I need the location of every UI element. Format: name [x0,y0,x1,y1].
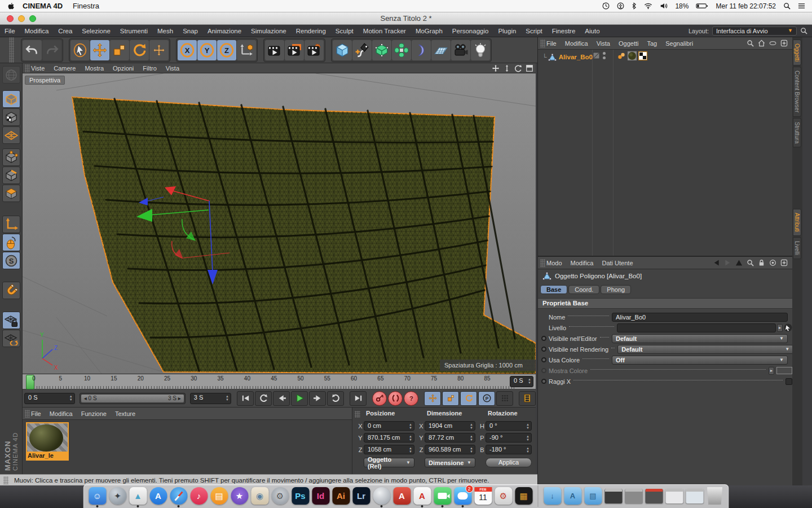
rotate-view-icon[interactable] [514,64,522,72]
skip-end-button[interactable] [350,391,367,406]
viewport-menu-opzioni[interactable]: Opzioni [113,65,134,72]
tab-base[interactable]: Base [540,285,567,294]
material-menu-modifica[interactable]: Modifica [50,410,73,417]
utility-app-dock-icon[interactable]: ⚙ [494,487,513,506]
mouse-move-button[interactable] [2,234,20,251]
coord-rotazione-p-input[interactable]: -90 °▲▼ [486,433,532,443]
mostra-colore-swatch[interactable] [776,367,792,374]
axis-button[interactable] [2,216,20,233]
system-preferences-dock-icon[interactable]: ⚙ [271,487,289,506]
duration-spinner[interactable]: 3 S▲▼ [190,393,231,404]
safari-dock-icon[interactable] [169,487,188,506]
app-menu-simulazione[interactable]: Simulazione [251,28,286,34]
snap-button[interactable]: S [2,252,20,269]
minimized-window-c4d-dock-icon[interactable] [604,487,623,506]
viewport-drag-handle[interactable] [25,64,30,72]
polygons-button[interactable] [2,185,20,202]
record-key-button[interactable] [372,391,387,406]
material-thumbnail[interactable]: Alivar_le [26,422,69,461]
finder-dock-icon[interactable]: ☺ [88,487,107,506]
object-name[interactable]: Alivar_Bo0 [559,54,593,60]
undo-button[interactable] [23,40,42,60]
app-menu-snap[interactable]: Snap [183,28,198,34]
nav-back-icon[interactable] [713,259,720,266]
visibile-nel-rendering-dropdown[interactable]: Default▼ [617,345,793,354]
points-button[interactable] [2,148,20,166]
trash-dock-icon[interactable] [705,487,724,506]
nav-forward-icon[interactable] [724,259,731,266]
attribute-menu-modo[interactable]: Modo [546,260,562,266]
nome-input[interactable]: Alivar_Bo0 [612,313,788,322]
keyframe-dot[interactable] [541,379,546,384]
cube-primitive-button[interactable] [333,40,352,60]
panel-drag-handle[interactable] [25,410,30,418]
object-tags[interactable] [617,51,647,60]
rotate-button[interactable] [130,40,149,60]
cloner-button[interactable] [392,40,411,60]
texture-button[interactable] [2,108,20,126]
app-menu-sculpt[interactable]: Sculpt [336,28,354,34]
messages-dock-icon[interactable]: 2 [453,487,472,506]
viewport-menu-mostra[interactable]: Mostra [85,65,104,72]
object-manager-menu-oggetti[interactable]: Oggetti [619,40,638,47]
app-menu-plugin[interactable]: Plugin [498,28,516,34]
object-manager-menu-modifica[interactable]: Modifica [565,40,588,47]
viewport-menu-filtro[interactable]: Filtro [143,65,156,72]
keyframe-dot[interactable] [541,368,546,373]
attribute-menu-modifica[interactable]: Modifica [571,260,594,266]
coord-mode-dropdown[interactable]: Dimensione▼ [425,458,475,467]
spotlight-icon[interactable] [783,2,791,10]
coord-rotazione-h-input[interactable]: 0 °▲▼ [486,421,532,431]
accessibility-icon[interactable] [617,2,624,10]
expand-button[interactable]: ▸ [769,367,774,375]
wifi-icon[interactable] [644,2,652,10]
minimized-window-1-dock-icon[interactable] [624,487,643,506]
viewport-menu-camere[interactable]: Camere [54,65,76,72]
panel-drag-handle[interactable] [540,259,545,267]
object-manager-menu-vista[interactable]: Vista [597,40,610,47]
app-menu-aiuto[interactable]: Aiuto [585,28,599,34]
last-tool-button[interactable] [149,40,169,60]
material-menu-funzione[interactable]: Funzione [81,410,107,417]
minimized-window-2-dock-icon[interactable] [665,487,683,506]
lock-y-button[interactable]: Y [197,40,217,60]
app-store-dock-icon[interactable]: A [149,487,167,506]
3d-viewport[interactable]: Y Z X Spaziatura Griglia : 1000 cm [23,73,536,374]
frame-prev-button[interactable] [273,391,290,406]
lightroom-dock-icon[interactable]: Lr [352,487,370,506]
anim-pla-button[interactable] [496,391,513,406]
ibooks-dock-icon[interactable]: ▤ [210,487,228,506]
photoshop-dock-icon[interactable]: Ps [291,487,310,506]
material-menu-file[interactable]: File [31,410,41,417]
panel-tab-oggetti[interactable]: Oggetti [793,40,801,65]
mac-app-name[interactable]: CINEMA 4D [23,2,63,10]
pen-spline-button[interactable] [352,40,372,60]
raggi-x-checkbox[interactable] [785,378,792,385]
timeline-end-spinner[interactable]: 0 S▲▼ [510,376,533,387]
frame-next-button[interactable] [309,391,326,406]
render-picture-button[interactable] [285,40,304,60]
nav-up-icon[interactable] [735,259,743,266]
mac-menu-finestra[interactable]: Finestra [73,2,99,10]
documents-folder-dock-icon[interactable]: ▤ [584,487,602,506]
app-menu-strumenti[interactable]: Strumenti [120,28,148,34]
material-menu-texture[interactable]: Texture [115,410,135,417]
object-visibility-toggles[interactable] [593,52,606,59]
app-menu-crea[interactable]: Crea [58,28,72,34]
minimized-window-pdf-dock-icon[interactable] [645,487,663,506]
tab-phong[interactable]: Phong [601,285,631,294]
panel-tab-content-browser[interactable]: Content Browser [793,67,801,116]
itunes-dock-icon[interactable]: ♪ [189,487,208,506]
notification-center-icon[interactable] [798,2,805,10]
workplane-lock-button[interactable] [2,312,20,329]
menu-clock[interactable]: Mer 11 feb 22:07:52 [716,2,776,10]
keyframe-dot[interactable] [541,357,546,362]
scale-button[interactable] [110,40,129,60]
edges-button[interactable] [2,167,20,184]
camera-button[interactable] [451,40,470,60]
timeline-film-button[interactable] [519,391,536,406]
livello-input[interactable] [617,323,776,332]
section-header[interactable]: Proprietà Base [538,298,792,309]
camera-label[interactable]: Prospettiva [25,76,65,85]
play-button[interactable] [291,391,308,406]
